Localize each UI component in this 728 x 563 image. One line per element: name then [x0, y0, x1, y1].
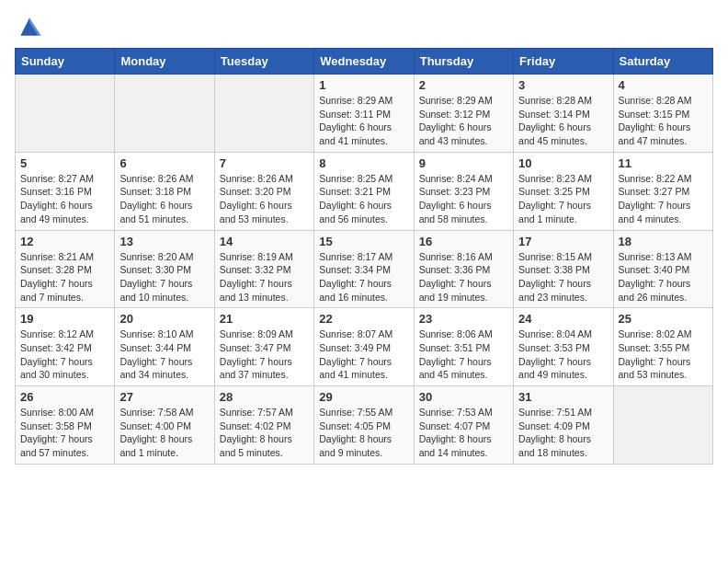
calendar-cell: 10Sunrise: 8:23 AM Sunset: 3:25 PM Dayli…	[514, 152, 613, 230]
day-info: Sunrise: 8:20 AM Sunset: 3:30 PM Dayligh…	[119, 250, 209, 304]
day-info: Sunrise: 8:26 AM Sunset: 3:20 PM Dayligh…	[220, 172, 309, 226]
day-number: 14	[220, 235, 309, 248]
calendar-cell: 29Sunrise: 7:55 AM Sunset: 4:05 PM Dayli…	[314, 386, 414, 465]
day-info: Sunrise: 7:58 AM Sunset: 4:00 PM Dayligh…	[119, 406, 209, 460]
calendar-cell: 25Sunrise: 8:02 AM Sunset: 3:55 PM Dayli…	[613, 308, 712, 386]
day-number: 20	[119, 312, 209, 326]
day-info: Sunrise: 7:55 AM Sunset: 4:05 PM Dayligh…	[319, 406, 408, 460]
day-number: 27	[119, 390, 209, 404]
day-number: 5	[20, 156, 109, 170]
day-info: Sunrise: 8:15 AM Sunset: 3:38 PM Dayligh…	[518, 250, 608, 304]
day-info: Sunrise: 8:23 AM Sunset: 3:25 PM Dayligh…	[518, 172, 608, 226]
calendar-table: SundayMondayTuesdayWednesdayThursdayFrid…	[15, 48, 713, 465]
week-row-2: 12Sunrise: 8:21 AM Sunset: 3:28 PM Dayli…	[16, 230, 713, 308]
calendar-cell: 28Sunrise: 7:57 AM Sunset: 4:02 PM Dayli…	[214, 386, 313, 465]
day-number: 17	[518, 235, 608, 248]
calendar-header: SundayMondayTuesdayWednesdayThursdayFrid…	[16, 49, 713, 75]
day-info: Sunrise: 8:28 AM Sunset: 3:15 PM Dayligh…	[619, 94, 708, 148]
day-info: Sunrise: 8:21 AM Sunset: 3:28 PM Dayligh…	[20, 250, 109, 304]
day-info: Sunrise: 8:25 AM Sunset: 3:21 PM Dayligh…	[319, 172, 408, 226]
day-number: 18	[619, 235, 708, 248]
week-row-3: 19Sunrise: 8:12 AM Sunset: 3:42 PM Dayli…	[16, 308, 713, 386]
calendar-cell: 3Sunrise: 8:28 AM Sunset: 3:14 PM Daylig…	[514, 75, 613, 153]
day-number: 29	[319, 390, 408, 404]
day-info: Sunrise: 8:16 AM Sunset: 3:36 PM Dayligh…	[419, 250, 508, 304]
day-info: Sunrise: 8:29 AM Sunset: 3:11 PM Dayligh…	[319, 94, 408, 148]
calendar-cell: 30Sunrise: 7:53 AM Sunset: 4:07 PM Dayli…	[414, 386, 513, 465]
day-number: 21	[220, 312, 309, 326]
day-info: Sunrise: 8:00 AM Sunset: 3:58 PM Dayligh…	[20, 406, 109, 460]
day-number: 28	[220, 390, 309, 404]
calendar-cell: 8Sunrise: 8:25 AM Sunset: 3:21 PM Daylig…	[314, 152, 414, 230]
calendar-cell: 18Sunrise: 8:13 AM Sunset: 3:40 PM Dayli…	[613, 230, 712, 308]
day-info: Sunrise: 8:02 AM Sunset: 3:55 PM Dayligh…	[619, 327, 708, 382]
header-sunday: Sunday	[16, 49, 115, 75]
day-number: 30	[419, 390, 508, 404]
page-header	[15, 15, 713, 40]
calendar-cell: 15Sunrise: 8:17 AM Sunset: 3:34 PM Dayli…	[314, 230, 414, 308]
day-number: 1	[319, 78, 408, 92]
day-number: 31	[518, 390, 608, 404]
day-info: Sunrise: 8:12 AM Sunset: 3:42 PM Dayligh…	[20, 327, 109, 382]
day-number: 16	[419, 235, 508, 248]
calendar-cell: 21Sunrise: 8:09 AM Sunset: 3:47 PM Dayli…	[214, 308, 313, 386]
day-number: 10	[518, 156, 608, 170]
day-number: 6	[119, 156, 209, 170]
day-number: 13	[119, 235, 209, 248]
day-number: 25	[619, 312, 708, 326]
calendar-cell: 14Sunrise: 8:19 AM Sunset: 3:32 PM Dayli…	[214, 230, 313, 308]
day-number: 4	[619, 78, 708, 92]
calendar-cell: 27Sunrise: 7:58 AM Sunset: 4:00 PM Dayli…	[115, 386, 214, 465]
calendar-cell: 23Sunrise: 8:06 AM Sunset: 3:51 PM Dayli…	[414, 308, 513, 386]
day-number: 22	[319, 312, 408, 326]
day-number: 19	[20, 312, 109, 326]
calendar-cell: 16Sunrise: 8:16 AM Sunset: 3:36 PM Dayli…	[414, 230, 513, 308]
header-thursday: Thursday	[414, 49, 513, 75]
calendar-cell: 22Sunrise: 8:07 AM Sunset: 3:49 PM Dayli…	[314, 308, 414, 386]
day-info: Sunrise: 8:28 AM Sunset: 3:14 PM Dayligh…	[518, 94, 608, 148]
header-monday: Monday	[115, 49, 214, 75]
calendar-cell: 11Sunrise: 8:22 AM Sunset: 3:27 PM Dayli…	[613, 152, 712, 230]
day-info: Sunrise: 8:26 AM Sunset: 3:18 PM Dayligh…	[119, 172, 209, 226]
calendar-cell	[214, 75, 313, 153]
day-number: 11	[619, 156, 708, 170]
calendar-cell: 4Sunrise: 8:28 AM Sunset: 3:15 PM Daylig…	[613, 75, 712, 153]
day-info: Sunrise: 7:51 AM Sunset: 4:09 PM Dayligh…	[518, 406, 608, 460]
header-friday: Friday	[514, 49, 613, 75]
calendar-cell: 17Sunrise: 8:15 AM Sunset: 3:38 PM Dayli…	[514, 230, 613, 308]
day-number: 9	[419, 156, 508, 170]
day-number: 26	[20, 390, 109, 404]
day-info: Sunrise: 8:24 AM Sunset: 3:23 PM Dayligh…	[419, 172, 508, 226]
day-number: 8	[319, 156, 408, 170]
day-info: Sunrise: 8:27 AM Sunset: 3:16 PM Dayligh…	[20, 172, 109, 226]
day-info: Sunrise: 8:19 AM Sunset: 3:32 PM Dayligh…	[220, 250, 309, 304]
week-row-4: 26Sunrise: 8:00 AM Sunset: 3:58 PM Dayli…	[16, 386, 713, 465]
calendar-cell: 31Sunrise: 7:51 AM Sunset: 4:09 PM Dayli…	[514, 386, 613, 465]
calendar-cell: 26Sunrise: 8:00 AM Sunset: 3:58 PM Dayli…	[16, 386, 115, 465]
header-wednesday: Wednesday	[314, 49, 414, 75]
header-saturday: Saturday	[613, 49, 712, 75]
logo-icon	[15, 15, 44, 40]
day-number: 24	[518, 312, 608, 326]
day-info: Sunrise: 8:22 AM Sunset: 3:27 PM Dayligh…	[619, 172, 708, 226]
calendar-cell: 9Sunrise: 8:24 AM Sunset: 3:23 PM Daylig…	[414, 152, 513, 230]
calendar-cell: 7Sunrise: 8:26 AM Sunset: 3:20 PM Daylig…	[214, 152, 313, 230]
day-info: Sunrise: 7:53 AM Sunset: 4:07 PM Dayligh…	[419, 406, 508, 460]
calendar-cell: 20Sunrise: 8:10 AM Sunset: 3:44 PM Dayli…	[115, 308, 214, 386]
calendar-cell: 24Sunrise: 8:04 AM Sunset: 3:53 PM Dayli…	[514, 308, 613, 386]
calendar-cell	[115, 75, 214, 153]
calendar-cell	[613, 386, 712, 465]
day-number: 7	[220, 156, 309, 170]
header-row: SundayMondayTuesdayWednesdayThursdayFrid…	[16, 49, 713, 75]
day-info: Sunrise: 8:06 AM Sunset: 3:51 PM Dayligh…	[419, 327, 508, 382]
calendar-cell: 19Sunrise: 8:12 AM Sunset: 3:42 PM Dayli…	[16, 308, 115, 386]
day-number: 23	[419, 312, 508, 326]
day-info: Sunrise: 8:10 AM Sunset: 3:44 PM Dayligh…	[119, 327, 209, 382]
week-row-0: 1Sunrise: 8:29 AM Sunset: 3:11 PM Daylig…	[16, 75, 713, 153]
day-info: Sunrise: 8:07 AM Sunset: 3:49 PM Dayligh…	[319, 327, 408, 382]
calendar-cell	[16, 75, 115, 153]
day-info: Sunrise: 8:13 AM Sunset: 3:40 PM Dayligh…	[619, 250, 708, 304]
day-info: Sunrise: 8:17 AM Sunset: 3:34 PM Dayligh…	[319, 250, 408, 304]
day-number: 2	[419, 78, 508, 92]
calendar-cell: 2Sunrise: 8:29 AM Sunset: 3:12 PM Daylig…	[414, 75, 513, 153]
